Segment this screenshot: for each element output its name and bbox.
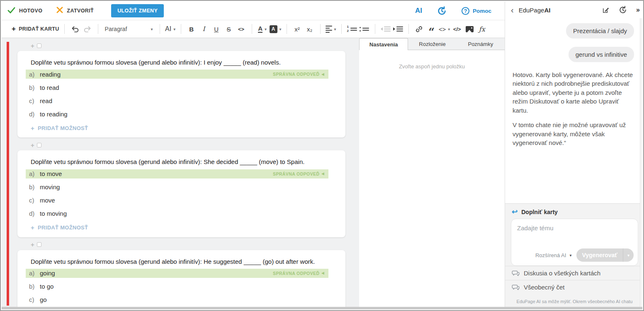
- option-text[interactable]: reading: [40, 71, 61, 78]
- generate-options-dropdown[interactable]: ▾: [623, 248, 634, 262]
- back-chevron-icon[interactable]: ‹: [511, 6, 514, 14]
- plus-icon: +: [31, 42, 34, 49]
- close-button[interactable]: ZATVORIŤ: [56, 7, 94, 15]
- bullet-list-button[interactable]: [358, 22, 371, 36]
- strikethrough-button[interactable]: S: [223, 22, 235, 36]
- tab-nastavenia[interactable]: Nastavenia: [359, 38, 408, 50]
- panel-scrollbar[interactable]: [640, 18, 642, 307]
- option-text[interactable]: to move: [40, 170, 62, 177]
- option-text[interactable]: to reading: [40, 111, 68, 118]
- question-text[interactable]: Doplňte vetu správnou formou slovesa (ge…: [31, 158, 332, 166]
- undo-button[interactable]: [69, 22, 81, 36]
- card-checkbox[interactable]: [37, 242, 41, 247]
- paragraph-style-dropdown[interactable]: Paragraf ▾: [102, 22, 156, 36]
- question-card[interactable]: AI Doplňte vetu správnou formou slovesa …: [17, 250, 345, 307]
- done-button[interactable]: HOTOVO: [7, 7, 42, 15]
- text-color-dropdown[interactable]: A ▾: [256, 22, 269, 36]
- card-ai-tab[interactable]: AI: [345, 57, 359, 80]
- superscript-button[interactable]: x²: [291, 22, 304, 36]
- answer-option[interactable]: c) read: [26, 96, 328, 105]
- insert-card-separator[interactable]: +: [31, 241, 345, 248]
- question-card[interactable]: AI Doplňte vetu správnou formou slovesa …: [17, 150, 345, 237]
- answer-option[interactable]: d) to moving: [26, 209, 328, 218]
- tab-poznamky[interactable]: Poznámky: [457, 38, 505, 50]
- answer-option-correct[interactable]: a) to move SPRÁVNA ODPOVEĎ ◀: [26, 169, 328, 178]
- inline-code-button[interactable]: <>: [235, 22, 248, 36]
- highlight-color-dropdown[interactable]: A ▾: [269, 22, 282, 36]
- history-icon[interactable]: [437, 6, 447, 16]
- option-text[interactable]: going: [40, 270, 55, 277]
- indent-button[interactable]: [392, 22, 404, 36]
- insert-image-button[interactable]: [463, 22, 476, 36]
- tab-rozlozenie[interactable]: Rozloženie: [408, 38, 456, 50]
- insert-template-dropdown[interactable]: <> ▾: [438, 22, 451, 36]
- question-card[interactable]: AI Doplňte vetu správnou formou slovesa …: [17, 51, 345, 137]
- discuss-all-cards-link[interactable]: Diskusia o všetkých kartách: [505, 266, 642, 280]
- card-ai-tab[interactable]: AI: [345, 156, 359, 179]
- save-changes-button[interactable]: ULOŽIŤ ZMENY: [111, 4, 164, 17]
- answer-option[interactable]: b) moving: [26, 183, 328, 192]
- close-icon: [56, 7, 63, 15]
- code-view-button[interactable]: </>: [451, 22, 463, 36]
- toolbar-separator: [64, 24, 65, 34]
- underline-button[interactable]: U: [210, 22, 223, 36]
- option-text[interactable]: move: [40, 197, 55, 204]
- help-button[interactable]: ? Pomoc: [462, 7, 491, 15]
- option-letter: c): [29, 197, 40, 204]
- insert-card-separator[interactable]: +: [31, 42, 345, 49]
- option-text[interactable]: to read: [40, 84, 59, 91]
- add-option-button[interactable]: + PRIDAŤ MOŽNOSŤ: [31, 224, 332, 231]
- option-text[interactable]: read: [40, 97, 52, 104]
- chat-history: Prezentácia / slajdy gerund vs infinitiv…: [505, 18, 640, 203]
- chevron-down-icon: ▾: [265, 27, 267, 31]
- settings-empty-message: Zvoľte aspoň jednu položku: [359, 63, 505, 70]
- outdent-button[interactable]: [379, 22, 392, 36]
- answer-option[interactable]: c) go: [26, 295, 328, 304]
- insert-card-separator[interactable]: +: [31, 142, 345, 148]
- option-text[interactable]: go: [40, 296, 47, 303]
- answer-option[interactable]: b) to read: [26, 83, 328, 92]
- card-checkbox[interactable]: [37, 143, 41, 147]
- question-text[interactable]: Doplňte vetu správnou formou slovesa (ge…: [31, 258, 321, 266]
- ordered-list-button[interactable]: 12: [346, 22, 358, 36]
- chevron-down-icon: ▾: [279, 27, 282, 31]
- toolbar-separator: [341, 24, 342, 34]
- generate-button-group: Vygenerovať ▾: [576, 248, 634, 262]
- insert-link-button[interactable]: [413, 22, 425, 36]
- generate-button[interactable]: Vygenerovať: [576, 248, 623, 262]
- card-ai-tab[interactable]: AI: [345, 256, 359, 279]
- answer-option[interactable]: d) to reading: [26, 109, 328, 118]
- answer-option-correct[interactable]: a) reading SPRÁVNA ODPOVEĎ ◀: [26, 70, 328, 79]
- redo-button[interactable]: [81, 22, 94, 36]
- collapse-panel-icon[interactable]: »: [636, 6, 640, 14]
- insert-formula-button[interactable]: ƒx: [476, 22, 488, 36]
- blockquote-button[interactable]: “: [425, 22, 438, 36]
- option-letter: b): [29, 283, 40, 290]
- toolbar-separator: [160, 24, 160, 34]
- ai-message: V tomto chate nie je možné upravovať už …: [513, 121, 634, 147]
- discuss-all-cards-label: Diskusia o všetkých kartách: [524, 270, 600, 277]
- option-text[interactable]: to moving: [40, 210, 67, 217]
- card-checkbox[interactable]: [37, 43, 41, 48]
- bold-button[interactable]: B: [185, 22, 198, 36]
- add-option-button[interactable]: + PRIDAŤ MOŽNOSŤ: [31, 124, 332, 132]
- ai-text-tools-dropdown[interactable]: AI ▾: [164, 22, 177, 36]
- topic-input[interactable]: [511, 219, 638, 243]
- general-chat-link[interactable]: Všeobecný čet: [505, 280, 642, 294]
- italic-button[interactable]: I: [198, 22, 210, 36]
- answer-option-correct[interactable]: a) going SPRÁVNA ODPOVEĎ ◀: [26, 269, 328, 278]
- option-text[interactable]: to go: [40, 283, 53, 290]
- answer-option[interactable]: b) to go: [26, 282, 328, 291]
- option-text[interactable]: moving: [40, 183, 60, 190]
- ai-button[interactable]: AI: [415, 7, 422, 15]
- ai-model-dropdown[interactable]: Rozšírená AI ▾: [535, 252, 571, 258]
- answer-option[interactable]: c) move: [26, 196, 328, 205]
- correct-answer-badge: SPRÁVNA ODPOVEĎ ◀: [273, 271, 324, 276]
- chat-history-icon[interactable]: [619, 6, 627, 14]
- new-chat-icon[interactable]: [602, 6, 610, 14]
- plus-icon: +: [31, 142, 34, 149]
- subscript-button[interactable]: x₂: [304, 22, 316, 36]
- align-dropdown[interactable]: ▾: [325, 22, 337, 36]
- add-card-button[interactable]: + PRIDAŤ KARTU: [11, 22, 60, 36]
- question-text[interactable]: Doplňte vetu správnou formou slovesa (ge…: [31, 58, 332, 67]
